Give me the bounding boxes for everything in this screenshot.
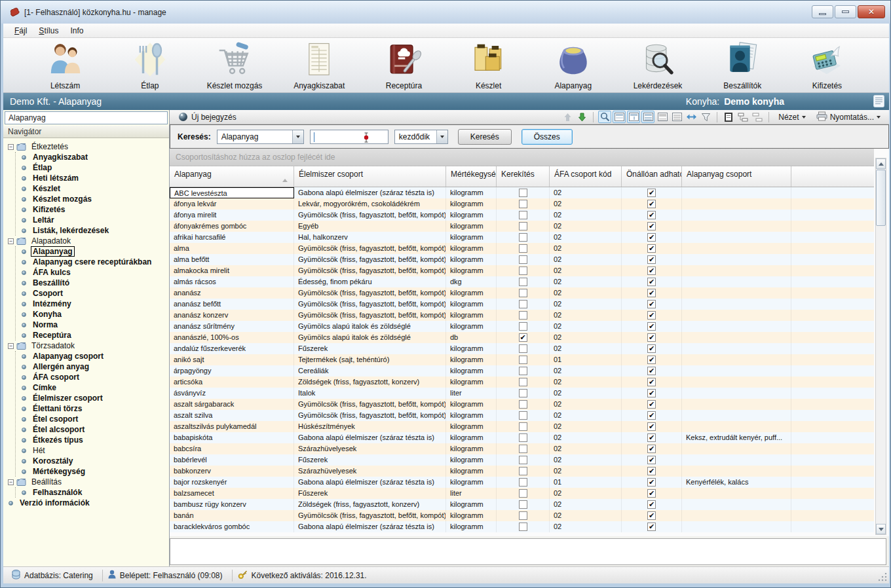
rounding-checkbox[interactable] — [519, 378, 527, 386]
cell[interactable]: Gabona alapú élelmiszer (száraz tészta i… — [294, 477, 446, 488]
rounding-cell[interactable] — [497, 343, 550, 354]
cell[interactable]: kilogramm — [446, 310, 497, 321]
standalone-checkbox[interactable] — [647, 400, 656, 409]
cell[interactable]: aszaltszilvás pulykamedál — [170, 421, 294, 432]
cell[interactable]: kilogramm — [446, 198, 497, 210]
cell[interactable]: kilogramm — [446, 254, 497, 265]
cell[interactable]: Gyümölcsök (friss, fagyasztott, befőtt, … — [294, 265, 446, 276]
rounding-checkbox[interactable] — [519, 289, 527, 297]
cell[interactable]: Húskészítmények — [294, 421, 446, 432]
sidebar-item-konyha[interactable]: Konyha — [31, 310, 64, 319]
rounding-cell[interactable] — [497, 265, 550, 276]
view-form-icon[interactable] — [613, 111, 626, 123]
toolbar-item-letszam[interactable]: Létszám — [23, 41, 107, 90]
rounding-cell[interactable] — [497, 466, 550, 477]
cell[interactable]: db — [446, 332, 497, 343]
cell[interactable]: Gyümölcsök (friss, fagyasztott, befőtt, … — [294, 410, 446, 421]
cell[interactable]: kilogramm — [446, 477, 497, 488]
cell[interactable]: 02 — [550, 210, 622, 221]
cell[interactable]: Gyümölcsök (friss, fagyasztott, befőtt, … — [294, 399, 446, 410]
standalone-checkbox[interactable] — [647, 467, 656, 475]
rounding-cell[interactable] — [497, 499, 550, 510]
cell[interactable]: ABC levestészta — [170, 187, 294, 198]
rounding-checkbox[interactable] — [519, 411, 527, 420]
rounding-cell[interactable] — [497, 321, 550, 332]
sidebar-item-anyagkiszabat[interactable]: Anyagkiszabat — [31, 153, 90, 162]
cell[interactable]: 02 — [550, 388, 622, 399]
sidebar-item-besz-ll-t-[interactable]: Beszállító — [31, 278, 71, 287]
standalone-checkbox[interactable] — [647, 255, 656, 264]
sidebar-item--fa-kulcs[interactable]: ÁFA kulcs — [31, 268, 73, 277]
rounding-cell[interactable] — [497, 332, 550, 343]
cell[interactable]: aszalt sárgabarack — [170, 399, 294, 410]
column-header-2[interactable]: Élelmiszer csoport — [294, 166, 446, 187]
cell[interactable]: 02 — [550, 377, 622, 388]
new-entry-button[interactable]: Új bejegyzés — [174, 112, 242, 122]
cell[interactable]: ananász sűrítmény — [170, 321, 294, 332]
sidebar-item-alapanyag-csere-recept-r-kban[interactable]: Alapanyag csere receptúrákban — [31, 257, 153, 266]
cell[interactable]: balzsamecet — [170, 488, 294, 499]
standalone-checkbox[interactable] — [647, 233, 656, 242]
cell[interactable]: banán — [170, 510, 294, 521]
standalone-cell[interactable] — [622, 332, 682, 343]
rounding-checkbox[interactable] — [519, 233, 527, 242]
cell[interactable]: Gyümölcsök (friss, fagyasztott, befőtt, … — [294, 310, 446, 321]
cell[interactable] — [682, 332, 791, 343]
rounding-cell[interactable] — [497, 421, 550, 432]
table-row[interactable]: babérlevélFűszerekkilogramm02 — [170, 454, 874, 466]
cell[interactable]: Gyümölcsök (friss, fagyasztott, befőtt, … — [294, 510, 446, 521]
cell[interactable]: kilogramm — [446, 410, 497, 421]
group-by-bar[interactable]: Csoportosításhoz húzza az oszlop fejlécé… — [170, 149, 874, 166]
cell[interactable] — [682, 365, 791, 377]
table-row[interactable]: ABC levestésztaGabona alapú élelmiszer (… — [170, 187, 874, 198]
menu-style[interactable]: Stílus — [33, 24, 64, 37]
standalone-cell[interactable] — [622, 499, 682, 510]
cell[interactable]: 02 — [550, 243, 622, 254]
cell[interactable] — [682, 221, 791, 232]
search-mode-select[interactable]: kezdődik — [394, 130, 448, 144]
table-row[interactable]: ananász konzervGyümölcsök (friss, fagyas… — [170, 310, 874, 321]
table-row[interactable]: ananász sűrítményGyümölcs alapú italok é… — [170, 321, 874, 332]
standalone-cell[interactable] — [622, 343, 682, 354]
cell[interactable]: liter — [446, 388, 497, 399]
sidebar-item-h-t[interactable]: Hét — [31, 446, 47, 455]
table-row[interactable]: ananászGyümölcsök (friss, fagyasztott, b… — [170, 287, 874, 299]
cell[interactable]: anikó sajt — [170, 354, 294, 365]
view-rows-icon[interactable] — [670, 111, 683, 123]
cell[interactable]: 02 — [550, 399, 622, 410]
standalone-cell[interactable] — [622, 232, 682, 243]
resize-grip[interactable] — [879, 573, 887, 581]
move-down-icon[interactable] — [575, 111, 588, 123]
rounding-checkbox[interactable] — [519, 433, 527, 442]
cell[interactable]: 02 — [550, 432, 622, 443]
cell[interactable]: kilogramm — [446, 377, 497, 388]
rounding-cell[interactable] — [497, 187, 550, 198]
cell[interactable]: Szárazhüvelyesek — [294, 443, 446, 454]
cell[interactable] — [682, 276, 791, 287]
cell[interactable]: 02 — [550, 276, 622, 287]
cell[interactable]: babcsíra — [170, 443, 294, 454]
table-row[interactable]: babkonzervSzárazhüvelyesekkilogramm02 — [170, 466, 874, 477]
tree-collapse-icon[interactable]: − — [8, 479, 14, 485]
rounding-cell[interactable] — [497, 232, 550, 243]
toolbar-item-keszlet[interactable]: Készlet — [446, 41, 531, 90]
cell[interactable] — [682, 521, 791, 532]
cell[interactable]: 02 — [550, 198, 622, 210]
table-row[interactable]: ananász befőttGyümölcsök (friss, fagyasz… — [170, 299, 874, 310]
sidebar-item-k-szlet[interactable]: Készlet — [31, 184, 62, 193]
standalone-cell[interactable] — [622, 388, 682, 399]
cell[interactable]: Lekvár, mogyorókrém, csokoládékrém — [294, 198, 446, 210]
cell[interactable]: kilogramm — [446, 466, 497, 477]
cell[interactable]: 02 — [550, 254, 622, 265]
standalone-cell[interactable] — [622, 365, 682, 377]
sidebar-item-int-zm-ny[interactable]: Intézmény — [31, 299, 73, 308]
standalone-checkbox[interactable] — [647, 278, 656, 286]
close-button[interactable]: ✕ — [858, 5, 885, 18]
sidebar-item-felhaszn-l-k[interactable]: Felhasználók — [31, 488, 84, 497]
cell[interactable]: Zöldségek (friss, fagyasztott, konzerv) — [294, 499, 446, 510]
rounding-cell[interactable] — [497, 310, 550, 321]
cell[interactable]: 02 — [550, 510, 622, 521]
standalone-checkbox[interactable] — [647, 456, 656, 464]
cell[interactable]: kilogramm — [446, 365, 497, 377]
cell[interactable] — [682, 399, 791, 410]
